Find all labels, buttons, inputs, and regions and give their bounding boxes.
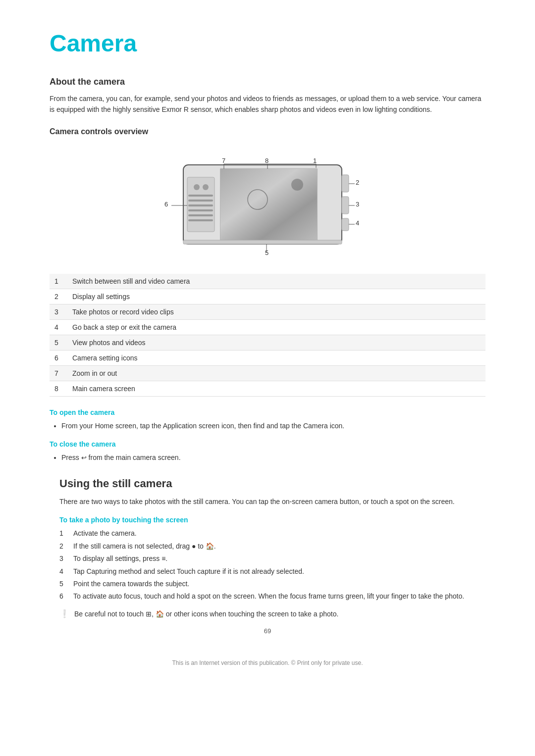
still-camera-body: There are two ways to take photos with t…: [59, 496, 485, 507]
svg-text:3: 3: [356, 201, 359, 208]
svg-text:1: 1: [313, 157, 317, 164]
step-number: 5: [59, 578, 68, 589]
about-camera-body: From the camera, you can, for example, s…: [50, 93, 485, 115]
svg-text:8: 8: [265, 157, 268, 164]
control-number: 5: [50, 335, 67, 350]
page-number: 69: [50, 627, 485, 635]
table-row: 2Display all settings: [50, 289, 485, 304]
close-camera-section: To close the camera Press ↩ from the mai…: [50, 440, 485, 463]
still-camera-steps: 1Activate the camera.2If the still camer…: [59, 528, 485, 602]
svg-rect-17: [183, 240, 342, 244]
control-label: Camera setting icons: [67, 350, 485, 365]
close-camera-subheading: To close the camera: [50, 440, 485, 448]
camera-diagram-wrapper: 7 8 1 2 3 4 5 6: [50, 145, 485, 264]
control-number: 6: [50, 350, 67, 365]
svg-rect-8: [188, 195, 213, 197]
about-camera-section: About the camera From the camera, you ca…: [50, 77, 485, 115]
step-number: 3: [59, 553, 68, 564]
svg-text:4: 4: [356, 219, 359, 227]
page-footer: This is an Internet version of this publ…: [50, 659, 485, 666]
close-camera-list: Press ↩ from the main camera screen.: [61, 452, 485, 463]
control-number: 3: [50, 304, 67, 319]
controls-overview-section: Camera controls overview: [50, 127, 485, 397]
list-item: 2If the still camera is not selected, dr…: [59, 541, 485, 552]
svg-text:6: 6: [164, 201, 168, 208]
page-title: Camera: [50, 30, 485, 57]
svg-point-7: [203, 184, 209, 190]
warning-icon: ❕: [59, 609, 69, 618]
svg-text:5: 5: [265, 249, 268, 256]
control-number: 8: [50, 381, 67, 396]
svg-rect-15: [342, 197, 349, 214]
svg-text:7: 7: [222, 157, 225, 164]
table-row: 4Go back a step or exit the camera: [50, 319, 485, 335]
step-number: 4: [59, 566, 68, 577]
control-label: Take photos or record video clips: [67, 304, 485, 319]
svg-text:2: 2: [356, 179, 359, 186]
step-text: To display all settings, press ≡.: [73, 553, 167, 564]
controls-overview-heading: Camera controls overview: [50, 127, 485, 136]
camera-diagram-svg: 7 8 1 2 3 4 5 6: [144, 145, 391, 264]
open-camera-list: From your Home screen, tap the Applicati…: [61, 420, 485, 431]
step-number: 2: [59, 541, 68, 552]
still-camera-heading: Using the still camera: [50, 477, 485, 490]
table-row: 7Zoom in or out: [50, 365, 485, 381]
svg-rect-12: [188, 214, 213, 216]
svg-point-6: [194, 184, 200, 190]
touch-subheading: To take a photo by touching the screen: [59, 516, 485, 524]
table-row: 5View photos and videos: [50, 335, 485, 350]
svg-rect-13: [188, 219, 213, 221]
table-row: 6Camera setting icons: [50, 350, 485, 365]
svg-rect-10: [188, 204, 213, 206]
table-row: 1Switch between still and video camera: [50, 274, 485, 289]
control-number: 2: [50, 289, 67, 304]
control-number: 1: [50, 274, 67, 289]
list-item: 1Activate the camera.: [59, 528, 485, 539]
list-item: 6To activate auto focus, touch and hold …: [59, 591, 485, 602]
control-label: Switch between still and video camera: [67, 274, 485, 289]
list-item: 3To display all settings, press ≡.: [59, 553, 485, 564]
control-label: Main camera screen: [67, 381, 485, 396]
step-number: 1: [59, 528, 68, 539]
step-text: To activate auto focus, touch and hold a…: [73, 591, 464, 602]
control-label: View photos and videos: [67, 335, 485, 350]
step-text: If the still camera is not selected, dra…: [73, 541, 216, 552]
step-text: Tap Capturing method and select Touch ca…: [73, 566, 304, 577]
controls-table: 1Switch between still and video camera2D…: [50, 274, 485, 397]
open-camera-step: From your Home screen, tap the Applicati…: [61, 420, 485, 431]
svg-rect-2: [220, 169, 317, 240]
table-row: 8Main camera screen: [50, 381, 485, 396]
svg-rect-14: [342, 175, 349, 192]
table-row: 3Take photos or record video clips: [50, 304, 485, 319]
control-label: Zoom in or out: [67, 365, 485, 381]
warning-row: ❕ Be careful not to touch ⊞, 🏠 or other …: [59, 609, 485, 619]
svg-point-4: [291, 179, 303, 191]
svg-rect-11: [188, 209, 213, 211]
back-icon: ↩: [81, 453, 87, 463]
control-number: 4: [50, 319, 67, 335]
warning-text: Be careful not to touch ⊞, 🏠 or other ic…: [74, 609, 338, 619]
list-item: 4Tap Capturing method and select Touch c…: [59, 566, 485, 577]
svg-rect-16: [342, 218, 349, 231]
still-camera-body-wrapper: There are two ways to take photos with t…: [50, 496, 485, 619]
control-label: Display all settings: [67, 289, 485, 304]
open-camera-section: To open the camera From your Home screen…: [50, 408, 485, 431]
svg-rect-9: [188, 200, 213, 202]
step-text: Activate the camera.: [73, 528, 137, 539]
step-text: Point the camera towards the subject.: [73, 578, 189, 589]
list-item: 5Point the camera towards the subject.: [59, 578, 485, 589]
about-camera-heading: About the camera: [50, 77, 485, 87]
still-camera-section: Using the still camera There are two way…: [50, 477, 485, 619]
open-camera-subheading: To open the camera: [50, 408, 485, 416]
control-number: 7: [50, 365, 67, 381]
close-camera-step: Press ↩ from the main camera screen.: [61, 452, 485, 463]
step-number: 6: [59, 591, 68, 602]
control-label: Go back a step or exit the camera: [67, 319, 485, 335]
